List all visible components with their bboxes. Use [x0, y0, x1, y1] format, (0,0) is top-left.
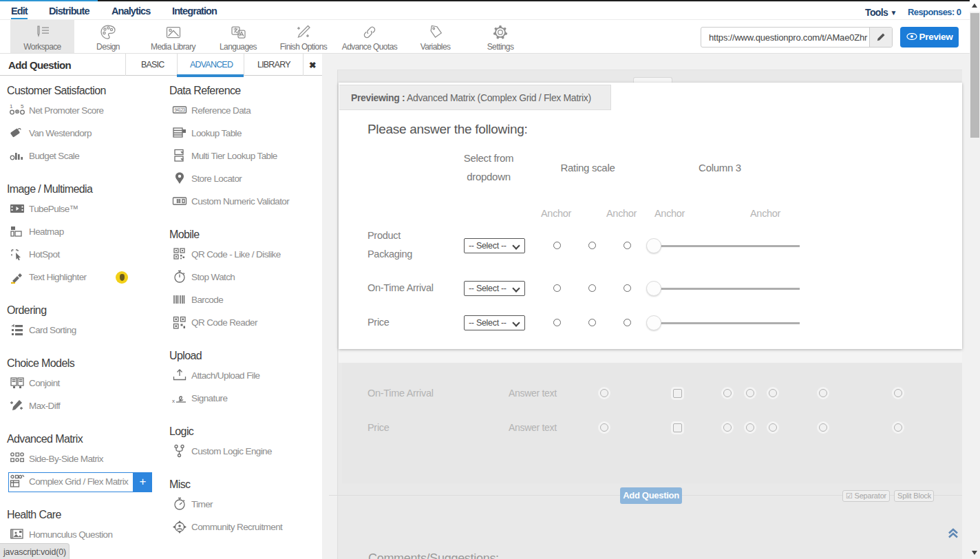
svg-text:5: 5 [21, 103, 24, 109]
svg-text:94123: 94123 [175, 107, 186, 112]
svg-text:1: 1 [10, 103, 13, 109]
svg-text:x: x [172, 398, 175, 404]
